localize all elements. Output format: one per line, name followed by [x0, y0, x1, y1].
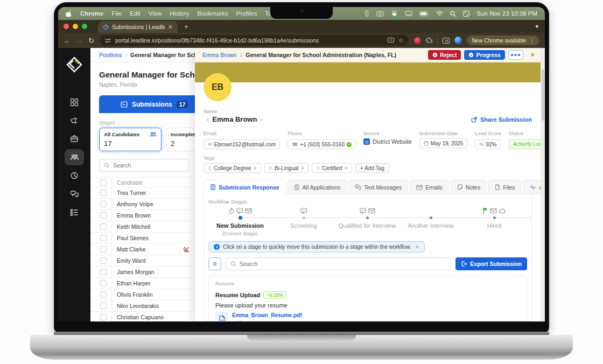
next-candidate-icon[interactable]: › [257, 115, 265, 123]
page-scrollbar[interactable] [541, 48, 545, 321]
row-checkbox[interactable] [100, 190, 107, 196]
candidate-name[interactable]: Keith Mitchell [112, 223, 195, 230]
tab-text-messages[interactable]: Text Messages [348, 180, 408, 194]
battery-icon[interactable] [419, 11, 429, 16]
tab-activity[interactable]: Activity [523, 180, 541, 194]
stage-new-submission[interactable]: New Submission (Current Stage) [208, 207, 272, 236]
nav-positions-icon[interactable] [65, 131, 84, 147]
candidate-row[interactable]: Emma Brown [90, 210, 195, 221]
candidate-row[interactable]: Ethan Harper [90, 278, 195, 289]
browser-menu-icon[interactable]: ⋮ [529, 38, 535, 44]
progress-button[interactable]: Progress [464, 50, 505, 60]
nav-dashboard-icon[interactable] [65, 94, 84, 110]
submissions-tab[interactable]: Submissions 17 [99, 95, 195, 113]
row-checkbox[interactable] [100, 212, 107, 219]
candidate-name[interactable]: Ethan Harper [112, 280, 195, 286]
leadline-logo-icon[interactable] [65, 55, 83, 74]
row-checkbox[interactable] [100, 291, 107, 298]
tag-certified[interactable]: ◇Certified✕ [312, 163, 352, 173]
stage-qualified-for-interview[interactable]: Qualified for Interview [335, 207, 399, 236]
row-checkbox[interactable] [100, 246, 107, 253]
menu-file[interactable]: File [111, 10, 122, 17]
candidate-name[interactable]: Paul Skenes [112, 235, 195, 241]
screen-mirroring-icon[interactable] [376, 11, 384, 17]
resume-file-link[interactable]: Emma_Brown_Resume.pdf [232, 312, 302, 318]
tab-notes[interactable]: Notes [451, 180, 487, 194]
candidate-row[interactable]: Olivia Franklin [90, 289, 195, 300]
row-checkbox[interactable] [100, 314, 107, 320]
candidate-name[interactable]: Matt Clarke [112, 246, 184, 253]
stage-hired[interactable]: Hired [462, 207, 526, 236]
candidate-name[interactable]: Olivia Franklin [112, 291, 195, 298]
omnibox[interactable]: portal.leadline.io/positions/0fb7348c-f4… [100, 35, 409, 46]
more-actions-button[interactable]: ●●● [508, 50, 523, 60]
candidate-row[interactable]: Niko Leontarakis [90, 300, 195, 312]
chrome-update-pill[interactable]: New Chrome available ⋮ [467, 36, 539, 45]
share-submission-link[interactable]: Share Submission [471, 116, 532, 123]
breadcrumb-positions-link[interactable]: Positions [99, 52, 122, 58]
stage-screening[interactable]: Screening [272, 207, 335, 236]
menu-profiles[interactable]: Profiles [236, 10, 257, 17]
stage-another-interview[interactable]: Another Interview [399, 207, 462, 236]
close-window-button[interactable] [64, 24, 69, 29]
nav-campaigns-icon[interactable] [65, 113, 84, 129]
response-search[interactable] [226, 257, 451, 270]
candidate-name[interactable]: Christian Capuano [112, 314, 195, 320]
stage-rejected[interactable]: Rejected [526, 207, 532, 236]
close-detail-icon[interactable]: ✕ [530, 51, 535, 59]
privacy-status-icon[interactable] [391, 10, 398, 17]
row-checkbox[interactable] [100, 223, 107, 230]
row-checkbox[interactable] [100, 201, 107, 207]
tag-bilingual[interactable]: ◇Bi-Lingual✕ [264, 163, 308, 173]
prev-candidate-icon[interactable]: ‹ [204, 115, 212, 123]
reject-button[interactable]: Reject [428, 50, 461, 60]
lead-score-pill[interactable]: %92% [475, 139, 501, 149]
profile-avatar-icon[interactable] [454, 37, 462, 44]
dismiss-hint-icon[interactable]: ✕ [416, 244, 420, 250]
scrollbar-thumb[interactable] [542, 69, 544, 121]
tab-submission-response[interactable]: Submission Response [204, 180, 286, 194]
candidate-name[interactable]: Niko Leontarakis [112, 303, 195, 309]
candidate-row[interactable]: Trea Turner [90, 187, 195, 199]
stage-card-incomplete[interactable]: Incomplete Submissions 2 [166, 128, 195, 151]
bookmark-star-icon[interactable]: ☆ [398, 37, 404, 44]
breadcrumb-candidate-link[interactable]: Emma Brown [202, 52, 236, 58]
row-checkbox[interactable] [100, 303, 107, 309]
new-tab-button[interactable]: + [184, 23, 188, 31]
control-center-icon[interactable] [463, 11, 469, 17]
wifi-icon[interactable] [436, 11, 443, 16]
phone-value-pill[interactable]: ☎+1 (503) 555-0160✓ [288, 139, 356, 149]
candidate-row[interactable]: Paul Skenes [90, 233, 195, 244]
candidate-row[interactable]: Anthony Volpe [90, 199, 195, 210]
candidate-row[interactable]: Emily Ward [90, 255, 195, 267]
extension-rose-icon[interactable] [414, 37, 421, 44]
fullscreen-window-button[interactable] [82, 24, 87, 29]
browser-tab[interactable]: Submissions | Leadline ✕ [98, 21, 178, 33]
candidate-search[interactable] [99, 159, 190, 172]
menu-bookmarks[interactable]: Bookmarks [197, 10, 228, 17]
stage-card-all-candidates[interactable]: All Candidates 17 [99, 128, 162, 151]
menubar-clock[interactable]: Sun Nov 23 10:38 PM [476, 10, 537, 17]
menu-history[interactable]: History [170, 10, 190, 17]
nav-messages-icon[interactable] [65, 186, 84, 202]
candidate-name[interactable]: Emily Ward [112, 257, 195, 264]
response-search-input[interactable] [240, 261, 446, 267]
tab-all-applications[interactable]: All Applications [288, 180, 347, 194]
nav-candidates-icon[interactable] [65, 149, 84, 165]
row-checkbox[interactable] [100, 235, 107, 241]
tab-close-icon[interactable]: ✕ [168, 24, 173, 31]
extensions-puzzle-icon[interactable] [426, 37, 432, 44]
candidate-row[interactable]: Matt Clarke [90, 244, 195, 255]
minimize-window-button[interactable] [73, 24, 78, 29]
tab-capture-icon[interactable] [443, 38, 450, 44]
row-checkbox[interactable] [100, 257, 107, 264]
forward-button[interactable]: → [76, 37, 83, 45]
export-submission-button[interactable]: Export Submission [455, 257, 527, 270]
remove-tag-icon[interactable]: ✕ [301, 166, 305, 171]
spotlight-icon[interactable] [450, 11, 456, 17]
nav-workflows-icon[interactable] [65, 204, 84, 220]
reload-button[interactable]: ↻ [88, 37, 94, 45]
nav-analytics-icon[interactable] [65, 167, 84, 184]
candidate-name[interactable]: Trea Turner [112, 190, 195, 196]
keyboard-icon[interactable] [405, 11, 412, 16]
